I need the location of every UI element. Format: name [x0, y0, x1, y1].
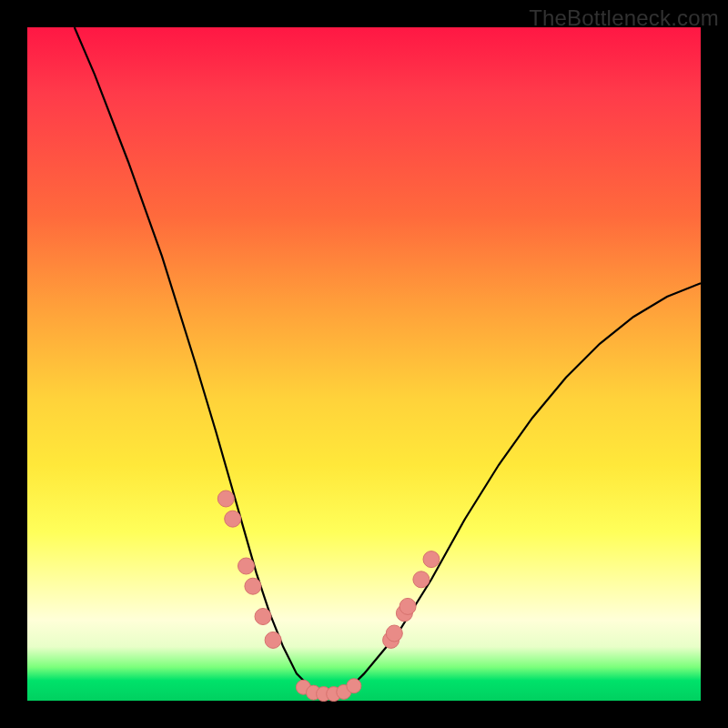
marker-dot	[413, 571, 430, 588]
marker-dot	[423, 551, 440, 568]
marker-dot	[386, 625, 402, 642]
marker-dot	[245, 578, 261, 594]
marker-dot	[265, 632, 281, 648]
marker-dot	[255, 609, 271, 625]
markers-right	[383, 551, 440, 649]
markers-left	[217, 490, 281, 648]
marker-dot	[399, 598, 416, 614]
marker-dot	[238, 558, 255, 574]
chart-svg	[27, 27, 701, 701]
chart-frame: TheBottleneck.com	[0, 0, 728, 728]
marker-dot	[347, 679, 361, 693]
bottleneck-curve-path	[75, 27, 701, 694]
markers-bottom	[296, 679, 361, 702]
marker-dot	[217, 490, 234, 507]
marker-dot	[225, 511, 241, 527]
watermark-text: TheBottleneck.com	[529, 5, 719, 31]
